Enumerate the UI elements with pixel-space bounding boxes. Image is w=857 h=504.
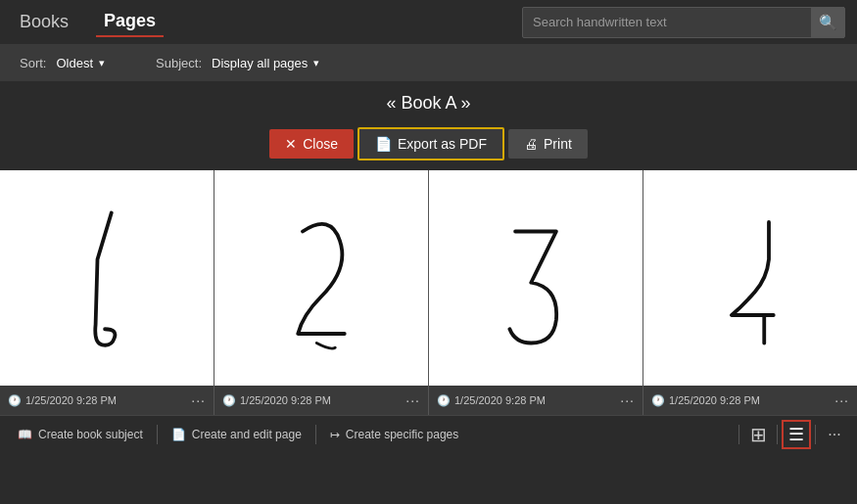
sort-select[interactable]: Oldest ▾ [56, 56, 105, 70]
search-input[interactable] [523, 15, 811, 29]
more-options-button[interactable]: ··· [820, 426, 849, 443]
print-button[interactable]: 🖨 Print [508, 129, 588, 159]
bottom-sep-4 [777, 425, 778, 444]
page-menu-3[interactable]: ··· [620, 392, 635, 408]
subject-select[interactable]: Display all pages ▾ [212, 56, 319, 70]
clock-icon-3: 🕐 [437, 394, 451, 407]
export-label: Export as PDF [398, 136, 487, 152]
page-timestamp-1: 🕐 1/25/2020 9:28 PM [8, 394, 117, 407]
page-footer-3: 🕐 1/25/2020 9:28 PM ··· [429, 386, 643, 415]
clock-icon-2: 🕐 [222, 394, 236, 407]
filter-bar: Sort: Oldest ▾ Subject: Display all page… [0, 44, 857, 81]
page-canvas-2[interactable] [214, 170, 428, 386]
page-footer-4: 🕐 1/25/2020 9:28 PM ··· [643, 386, 857, 415]
bottom-sep-1 [157, 425, 158, 444]
sort-label: Sort: [20, 56, 46, 70]
close-label: Close [303, 136, 338, 152]
page-timestamp-2: 🕐 1/25/2020 9:28 PM [222, 394, 331, 407]
print-icon: 🖨 [524, 136, 538, 152]
page-menu-4[interactable]: ··· [834, 392, 849, 408]
page-timestamp-3: 🕐 1/25/2020 9:28 PM [437, 394, 546, 407]
create-edit-page-button[interactable]: 📄 Create and edit page [162, 428, 311, 441]
page-canvas-4[interactable] [643, 170, 857, 386]
page-menu-2[interactable]: ··· [405, 392, 420, 408]
bottom-sep-2 [315, 425, 316, 444]
search-button[interactable]: 🔍 [811, 7, 844, 38]
bottom-sep-3 [738, 425, 739, 444]
grid-view-button[interactable]: ⊞ [743, 420, 773, 449]
subject-chevron-icon: ▾ [313, 57, 319, 69]
top-bar: Books Pages 🔍 [0, 0, 857, 44]
clock-icon-1: 🕐 [8, 394, 22, 407]
pages-grid: 🕐 1/25/2020 9:28 PM ··· 🕐 1/25/2020 9:28… [0, 170, 857, 415]
bottom-bar: 📖 Create book subject 📄 Create and edit … [0, 415, 857, 452]
book-title: « Book A » [0, 81, 857, 119]
clock-icon-4: 🕐 [651, 394, 665, 407]
nav-pages[interactable]: Pages [96, 7, 164, 37]
print-label: Print [544, 136, 572, 152]
page-card-4: 🕐 1/25/2020 9:28 PM ··· [643, 170, 857, 415]
subject-label: Subject: [156, 56, 202, 70]
search-box: 🔍 [522, 7, 845, 38]
page-canvas-3[interactable] [429, 170, 643, 386]
export-icon: 📄 [375, 136, 392, 152]
export-pdf-button[interactable]: 📄 Export as PDF [357, 127, 504, 160]
page-menu-1[interactable]: ··· [191, 392, 206, 408]
page-card-1: 🕐 1/25/2020 9:28 PM ··· [0, 170, 214, 415]
page-canvas-1[interactable] [0, 170, 214, 386]
close-icon: ✕ [285, 136, 297, 152]
sort-chevron-icon: ▾ [99, 57, 105, 69]
book-icon: 📖 [18, 428, 32, 441]
page-icon: 📄 [171, 428, 186, 441]
close-button[interactable]: ✕ Close [269, 129, 354, 159]
list-view-button[interactable]: ☰ [782, 420, 811, 449]
page-card-2: 🕐 1/25/2020 9:28 PM ··· [214, 170, 428, 415]
sort-value: Oldest [56, 56, 93, 70]
subject-value: Display all pages [212, 56, 308, 70]
arrow-icon: ↦ [330, 428, 340, 441]
bottom-sep-5 [815, 425, 816, 444]
page-timestamp-4: 🕐 1/25/2020 9:28 PM [651, 394, 760, 407]
action-buttons: ✕ Close 📄 Export as PDF 🖨 Print [0, 119, 857, 170]
page-footer-1: 🕐 1/25/2020 9:28 PM ··· [0, 386, 214, 415]
page-footer-2: 🕐 1/25/2020 9:28 PM ··· [214, 386, 428, 415]
create-book-subject-button[interactable]: 📖 Create book subject [8, 428, 153, 441]
nav-books[interactable]: Books [12, 8, 76, 36]
page-card-3: 🕐 1/25/2020 9:28 PM ··· [429, 170, 643, 415]
create-specific-pages-button[interactable]: ↦ Create specific pages [320, 428, 468, 441]
